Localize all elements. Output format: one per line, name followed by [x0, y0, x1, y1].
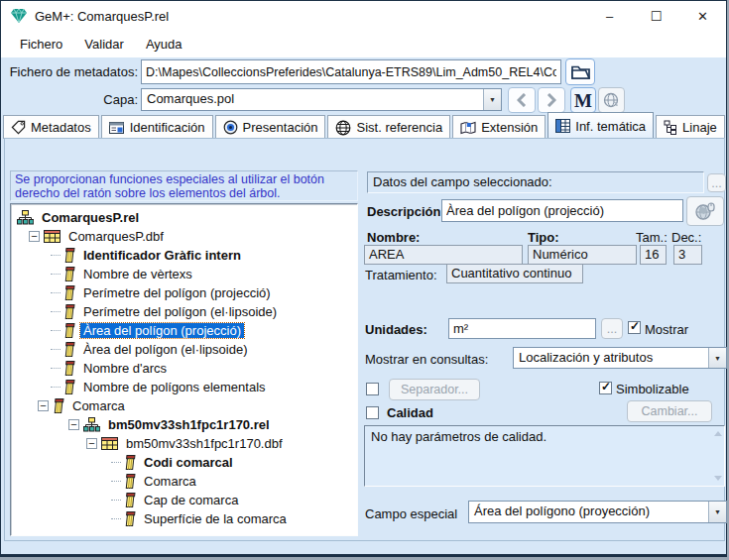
tree-row[interactable]: Perímetre del polígon (el·lipsoide) — [11, 302, 357, 321]
tree-row[interactable]: − bm50mv33sh1fpc1r170.dbf — [11, 434, 357, 453]
tree-row[interactable]: − Comarca — [11, 396, 357, 415]
tree-node-label[interactable]: Àrea del polígon (projecció) — [80, 323, 244, 338]
collapse-icon[interactable]: − — [38, 400, 49, 411]
metadata-tree[interactable]: ComarquesP.rel − ComarquesP.dbf Identifi… — [10, 203, 358, 536]
separador-button[interactable]: Separador... — [389, 379, 480, 400]
tree-row[interactable]: ComarquesP.rel — [11, 208, 357, 227]
simbolizable-checkbox[interactable] — [599, 382, 612, 394]
previous-layer-button[interactable] — [508, 87, 536, 113]
chevron-down-icon[interactable]: ▼ — [483, 89, 501, 110]
minimize-button[interactable]: – — [586, 1, 633, 31]
tab-identificacion[interactable]: Identificación — [101, 115, 213, 139]
tree-node-label[interactable]: Identificador Gràfic intern — [80, 248, 244, 263]
collapse-icon[interactable]: − — [86, 438, 97, 449]
tree-row[interactable]: − ComarquesP.dbf — [11, 227, 357, 246]
open-folder-icon — [571, 64, 590, 79]
tree-row[interactable]: Àrea del polígon (el·lipsoide) — [11, 340, 357, 359]
collapse-icon[interactable]: − — [68, 419, 79, 430]
table-icon — [101, 437, 118, 450]
chevron-down-icon[interactable]: ▼ — [708, 348, 726, 368]
tree-row-selected[interactable]: Àrea del polígon (projecció) — [11, 321, 357, 340]
tree-node-label[interactable]: Perímetre del polígon (el·lipsoide) — [80, 304, 280, 319]
tree-node-label[interactable]: ComarquesP.dbf — [65, 229, 167, 244]
consultas-combobox[interactable]: Localización y atributos ▼ — [513, 347, 727, 369]
tree-row[interactable]: Nombre de vèrtexs — [11, 265, 357, 283]
tree-row[interactable]: Perímetre del polígon (projecció) — [11, 283, 357, 302]
scroll-up-icon[interactable] — [714, 431, 722, 436]
tab-linaje[interactable]: Linaje — [656, 115, 725, 139]
tab-distribucion[interactable]: Dis — [727, 115, 728, 139]
metadata-file-input[interactable] — [141, 59, 561, 84]
chevron-down-icon[interactable]: ▼ — [708, 502, 726, 522]
tree-row[interactable]: Identificador Gràfic intern — [11, 246, 357, 265]
tree-branch-line — [51, 311, 61, 312]
nombre-value: AREA — [364, 245, 523, 265]
tree-row[interactable]: Cap de comarca — [11, 491, 357, 509]
menu-bar: Fichero Validar Ayuda — [1, 31, 726, 57]
field-column-icon — [63, 248, 75, 263]
unidades-more-button[interactable]: ... — [601, 318, 623, 339]
tree-row[interactable]: − bm50mv33sh1fpc1r170.rel — [11, 415, 357, 434]
tab-metadatos[interactable]: Metadatos — [3, 115, 99, 139]
layer-combobox[interactable]: Comarques.pol ▼ — [141, 88, 502, 111]
tree-row[interactable]: Codi comarcal — [11, 453, 357, 472]
scroll-down-icon[interactable] — [714, 476, 722, 481]
tab-label: Linaje — [682, 120, 717, 135]
tree-row[interactable]: Comarca — [11, 472, 357, 491]
tam-label: Tam.: — [636, 230, 668, 245]
header-more-button[interactable]: ... — [707, 173, 726, 192]
next-layer-button[interactable] — [538, 87, 565, 113]
tree-node-label[interactable]: Comarca — [141, 474, 199, 489]
tree-node-label[interactable]: Perímetre del polígon (projecció) — [80, 285, 274, 300]
maximize-button[interactable]: ☐ — [633, 1, 679, 31]
tratamiento-value: Cuantitativo continuo — [446, 264, 583, 283]
tab-presentacion[interactable]: Presentación — [215, 115, 326, 139]
menu-ayuda[interactable]: Ayuda — [137, 33, 191, 56]
tag-icon — [11, 120, 26, 135]
chevron-left-icon — [517, 93, 527, 107]
campo-especial-combobox[interactable]: Área del polígono (proyección) ▼ — [468, 501, 727, 523]
separador-checkbox[interactable] — [366, 383, 379, 395]
tree-node-label[interactable]: Codi comarcal — [141, 455, 236, 470]
tree-node-label[interactable]: Comarca — [69, 398, 128, 413]
unidades-input[interactable] — [448, 318, 596, 339]
tab-label: Inf. temática — [575, 119, 646, 134]
miramon-button[interactable]: M — [570, 87, 596, 113]
separador-button-label: Separador... — [401, 383, 468, 396]
mostrar-checkbox[interactable] — [628, 321, 641, 334]
layer-label: Capa: — [59, 92, 138, 107]
field-column-icon — [63, 323, 75, 338]
tipo-label: Tipo: — [528, 230, 559, 245]
tree-node-label[interactable]: Nombre de polígons elementals — [80, 380, 269, 394]
tree-branch-line — [51, 349, 61, 350]
tree-row[interactable]: Superfície de la comarca — [11, 509, 357, 528]
tree-row[interactable]: Nombre d'arcs — [11, 359, 357, 378]
calidad-textarea[interactable]: No hay parámetros de calidad. — [364, 425, 725, 487]
close-button[interactable]: ✕ — [679, 1, 726, 31]
tipo-value: Numérico — [528, 245, 637, 265]
calidad-checkbox[interactable] — [366, 406, 379, 419]
tree-node-label[interactable]: Àrea del polígon (el·lipsoide) — [80, 342, 250, 357]
tree-node-label[interactable]: bm50mv33sh1fpc1r170.dbf — [123, 436, 286, 451]
field-column-icon — [63, 304, 75, 319]
open-file-button[interactable] — [565, 58, 595, 85]
tab-sist-referencia[interactable]: Sist. referencia — [327, 115, 450, 139]
tree-node-label[interactable]: Nombre de vèrtexs — [80, 267, 195, 281]
tab-inf-tematica[interactable]: Inf. temática — [547, 112, 654, 139]
menu-fichero[interactable]: Fichero — [11, 33, 71, 56]
collapse-icon[interactable]: − — [29, 231, 40, 242]
menu-validar[interactable]: Validar — [75, 33, 133, 56]
tree-node-label[interactable]: Superfície de la comarca — [141, 511, 290, 526]
translate-description-button[interactable] — [686, 196, 724, 226]
simbolizable-label: Simbolizable — [616, 382, 689, 396]
globe-view-button[interactable] — [598, 87, 625, 113]
tab-extension[interactable]: Extensión — [452, 115, 546, 139]
tree-node-label[interactable]: bm50mv33sh1fpc1r170.rel — [105, 417, 273, 432]
more-button-label: ... — [711, 176, 721, 190]
tree-node-label[interactable]: ComarquesP.rel — [39, 210, 142, 225]
tree-node-label[interactable]: Nombre d'arcs — [80, 361, 170, 376]
tree-row[interactable]: Nombre de polígons elementals — [11, 378, 357, 396]
cambiar-button[interactable]: Cambiar... — [627, 400, 712, 422]
descripcion-input[interactable] — [441, 199, 683, 222]
tree-node-label[interactable]: Cap de comarca — [141, 493, 241, 507]
